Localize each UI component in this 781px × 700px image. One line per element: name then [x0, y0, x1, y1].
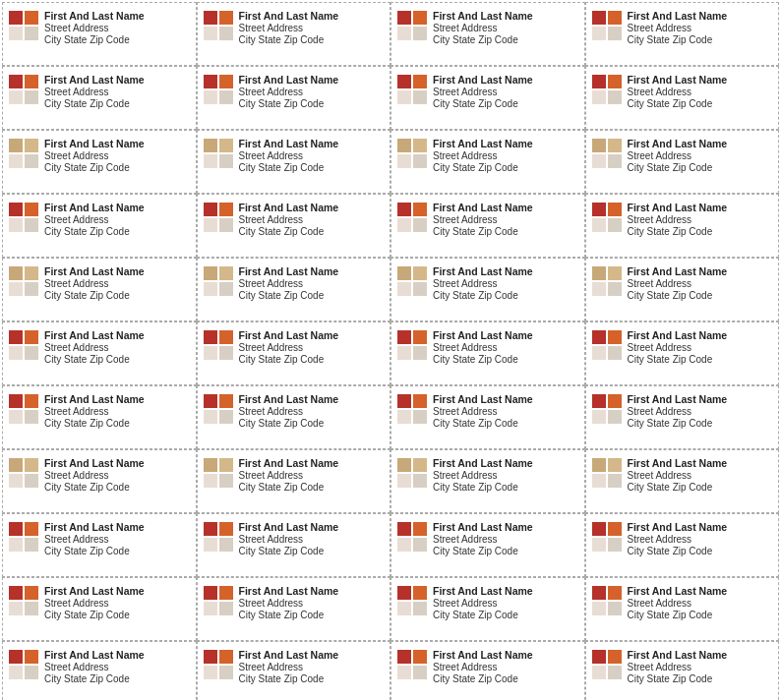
- avatar-square-bottom-right: [219, 282, 233, 296]
- contact-city: City State Zip Code: [44, 354, 145, 365]
- list-item: First And Last Name Street Address City …: [197, 385, 391, 449]
- contact-city: City State Zip Code: [239, 98, 339, 109]
- avatar: [204, 458, 233, 488]
- contact-name: First And Last Name: [239, 265, 339, 277]
- avatar-square-top-left: [397, 522, 411, 536]
- avatar: [397, 522, 427, 552]
- avatar-square-bottom-left: [397, 27, 411, 40]
- avatar-square-bottom-left: [592, 27, 606, 40]
- avatar-square-top-left: [397, 203, 411, 216]
- contact-city: City State Zip Code: [433, 162, 533, 173]
- list-item: First And Last Name Street Address City …: [585, 385, 780, 449]
- contact-info: First And Last Name Street Address City …: [628, 585, 728, 620]
- avatar-square-bottom-right: [413, 90, 427, 104]
- avatar-square-top-left: [9, 139, 23, 152]
- contact-info: First And Last Name Street Address City …: [44, 457, 145, 493]
- card-grid: First And Last Name Street Address City …: [0, 0, 781, 700]
- avatar: [592, 203, 622, 232]
- avatar: [397, 266, 427, 296]
- avatar-square-bottom-left: [397, 282, 411, 296]
- avatar-square-bottom-left: [9, 410, 23, 424]
- list-item: First And Last Name Street Address City …: [2, 385, 197, 449]
- contact-info: First And Last Name Street Address City …: [433, 138, 533, 173]
- contact-city: City State Zip Code: [239, 34, 339, 45]
- avatar-square-top-left: [204, 330, 217, 344]
- avatar-square-top-right: [608, 75, 622, 88]
- contact-name: First And Last Name: [628, 138, 728, 149]
- avatar-square-top-left: [397, 458, 411, 472]
- contact-name: First And Last Name: [44, 74, 145, 86]
- contact-address: Street Address: [628, 278, 728, 289]
- avatar-square-top-left: [592, 11, 606, 25]
- list-item: First And Last Name Street Address City …: [2, 2, 197, 66]
- contact-name: First And Last Name: [44, 202, 145, 213]
- avatar-square-top-left: [204, 139, 217, 152]
- avatar-square-bottom-right: [219, 154, 233, 168]
- avatar: [204, 394, 233, 424]
- avatar-square-bottom-left: [592, 218, 606, 232]
- avatar: [592, 139, 622, 168]
- avatar-square-top-left: [204, 586, 217, 600]
- contact-info: First And Last Name Street Address City …: [239, 457, 339, 493]
- list-item: First And Last Name Street Address City …: [585, 321, 780, 385]
- avatar: [9, 586, 38, 615]
- contact-city: City State Zip Code: [239, 546, 339, 556]
- avatar-square-bottom-right: [608, 538, 622, 552]
- contact-info: First And Last Name Street Address City …: [44, 585, 145, 620]
- list-item: First And Last Name Street Address City …: [197, 66, 391, 130]
- contact-address: Street Address: [433, 87, 533, 97]
- avatar-square-top-right: [608, 650, 622, 664]
- avatar-square-bottom-right: [25, 90, 38, 104]
- avatar-square-bottom-right: [413, 602, 427, 615]
- avatar-square-top-right: [25, 458, 38, 472]
- avatar-square-bottom-right: [25, 538, 38, 552]
- contact-city: City State Zip Code: [433, 610, 533, 620]
- avatar: [592, 650, 622, 679]
- contact-name: First And Last Name: [239, 393, 339, 405]
- avatar-square-bottom-left: [204, 410, 217, 424]
- avatar-square-bottom-right: [219, 346, 233, 360]
- avatar-square-top-left: [592, 203, 606, 216]
- contact-name: First And Last Name: [433, 202, 533, 213]
- avatar-square-top-left: [204, 522, 217, 536]
- avatar: [9, 75, 38, 104]
- contact-info: First And Last Name Street Address City …: [433, 329, 533, 365]
- avatar: [204, 650, 233, 679]
- avatar: [9, 11, 38, 40]
- contact-info: First And Last Name Street Address City …: [628, 393, 728, 429]
- contact-address: Street Address: [628, 470, 728, 481]
- avatar-square-bottom-left: [397, 218, 411, 232]
- contact-city: City State Zip Code: [239, 354, 339, 365]
- contact-address: Street Address: [44, 406, 145, 417]
- avatar-square-bottom-left: [9, 538, 23, 552]
- avatar-square-top-left: [397, 11, 411, 25]
- contact-city: City State Zip Code: [433, 546, 533, 556]
- contact-address: Street Address: [239, 470, 339, 481]
- avatar-square-top-left: [592, 522, 606, 536]
- avatar-square-bottom-right: [608, 90, 622, 104]
- avatar-square-top-left: [397, 330, 411, 344]
- contact-address: Street Address: [239, 534, 339, 545]
- avatar-square-bottom-left: [397, 154, 411, 168]
- avatar: [397, 586, 427, 615]
- avatar-square-bottom-right: [219, 666, 233, 679]
- contact-address: Street Address: [239, 214, 339, 225]
- avatar-square-top-right: [413, 203, 427, 216]
- list-item: First And Last Name Street Address City …: [2, 258, 197, 321]
- avatar-square-top-left: [397, 586, 411, 600]
- contact-info: First And Last Name Street Address City …: [44, 202, 145, 237]
- list-item: First And Last Name Street Address City …: [585, 513, 780, 577]
- avatar: [397, 11, 427, 40]
- list-item: First And Last Name Street Address City …: [585, 2, 780, 66]
- contact-info: First And Last Name Street Address City …: [239, 393, 339, 429]
- avatar: [204, 139, 233, 168]
- avatar-square-bottom-left: [397, 538, 411, 552]
- contact-name: First And Last Name: [239, 74, 339, 86]
- contact-info: First And Last Name Street Address City …: [628, 138, 728, 173]
- avatar: [204, 203, 233, 232]
- avatar-square-bottom-right: [25, 218, 38, 232]
- avatar-square-bottom-left: [9, 27, 23, 40]
- avatar-square-bottom-left: [204, 346, 217, 360]
- contact-city: City State Zip Code: [44, 610, 145, 620]
- avatar-square-bottom-left: [9, 90, 23, 104]
